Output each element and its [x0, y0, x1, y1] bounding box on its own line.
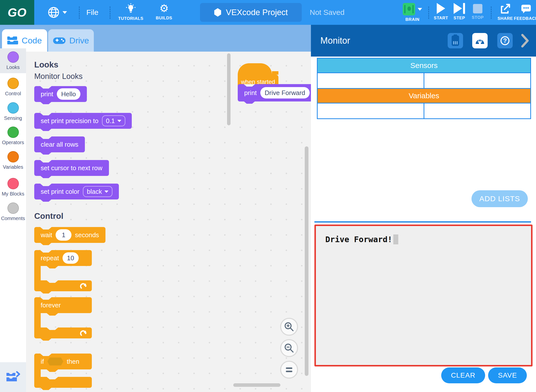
tab-drive[interactable]: Drive: [48, 29, 94, 52]
block-notch: [40, 250, 52, 253]
block-bump: [40, 176, 52, 178]
block-notch: [47, 327, 58, 330]
block-bottom: [34, 377, 92, 388]
palette-scrollbar[interactable]: [227, 53, 231, 125]
battery-icon: [452, 35, 459, 46]
block-forever[interactable]: forever: [34, 297, 92, 338]
brain-icon: [403, 3, 415, 15]
block-notch: [40, 136, 52, 139]
canvas-vertical-scrollbar[interactable]: [305, 146, 308, 376]
step-play-bar-icon: [454, 3, 465, 14]
dropdown-value: black: [87, 188, 102, 196]
variable-cell[interactable]: [318, 103, 424, 118]
canvas-print-block[interactable]: print Drive Forward: [238, 84, 311, 101]
console-cursor: [393, 234, 398, 244]
print-console[interactable]: Drive Forward!: [314, 225, 533, 366]
monitor-panel: Monitor ?: [311, 25, 536, 392]
sidebar-item-label: Control: [5, 91, 21, 97]
canvas-horizontal-scrollbar[interactable]: [233, 383, 280, 387]
palette-section-title: Looks: [34, 60, 58, 69]
block-clear-all-rows[interactable]: clear all rows: [34, 136, 85, 152]
palette-collapse-toggle[interactable]: [0, 362, 26, 392]
block-bump: [40, 291, 52, 294]
tutorials-button[interactable]: TUTORIALS: [115, 0, 147, 25]
toolbar-divider: [491, 6, 492, 19]
block-label: clear all rows: [41, 141, 78, 148]
zoom-in-button[interactable]: [280, 318, 298, 336]
console-divider: [314, 221, 531, 223]
share-button[interactable]: SHARE: [495, 0, 516, 25]
language-menu[interactable]: [48, 0, 67, 25]
condition-slot[interactable]: [47, 358, 63, 365]
brain-button[interactable]: BRAIN: [398, 0, 427, 25]
sidebar-item-control[interactable]: Control: [0, 75, 26, 99]
block-spine: [34, 266, 41, 280]
save-status: Not Saved: [310, 0, 344, 25]
variables-row: [318, 103, 530, 118]
precision-dropdown[interactable]: 0.1: [102, 115, 125, 126]
add-lists-button[interactable]: ADD LISTS: [471, 190, 528, 207]
hat-dome: [238, 63, 272, 75]
block-spine: [34, 313, 41, 327]
feedback-button[interactable]: FEEDBACK: [516, 0, 536, 25]
sensor-cell[interactable]: [424, 73, 530, 88]
block-set-print-color[interactable]: set print color black: [34, 184, 119, 199]
device-info-button[interactable]: [448, 33, 463, 48]
clear-button[interactable]: CLEAR: [441, 367, 485, 383]
sidebar-item-operators[interactable]: Operators: [0, 124, 26, 148]
print-value-input[interactable]: Hello: [57, 88, 80, 100]
toolbar-divider: [110, 6, 110, 19]
sensing-category-icon: [7, 102, 19, 114]
repeat-value-input[interactable]: 10: [63, 252, 79, 264]
start-button[interactable]: START: [432, 0, 450, 25]
print-value-input[interactable]: Drive Forward: [260, 87, 310, 98]
sidebar-item-sensing[interactable]: Sensing: [0, 99, 26, 124]
block-bump: [40, 388, 52, 390]
hexagon-icon: [214, 8, 221, 17]
block-repeat[interactable]: repeat 10: [34, 250, 92, 291]
sidebar-item-label: Sensing: [4, 115, 22, 121]
toolbar-divider: [79, 6, 80, 19]
save-button[interactable]: SAVE: [488, 367, 527, 383]
dashboard-button[interactable]: [472, 33, 488, 48]
sidebar-item-label: My Blocks: [2, 191, 24, 197]
builds-button[interactable]: ⚙ BUILDS: [149, 0, 179, 25]
dropdown-value: 0.1: [106, 117, 115, 125]
collapse-monitor-button[interactable]: [521, 33, 531, 48]
help-button[interactable]: ?: [497, 33, 513, 48]
block-wait-seconds[interactable]: wait 1 seconds: [34, 227, 105, 243]
equals-icon: [286, 367, 292, 372]
block-set-cursor-next-row[interactable]: set cursor to next row: [34, 160, 109, 176]
project-title-button[interactable]: VEXcode Project: [200, 3, 302, 22]
variable-cell[interactable]: [424, 103, 530, 118]
print-color-dropdown[interactable]: black: [83, 186, 112, 197]
stop-button[interactable]: STOP: [469, 0, 487, 25]
sidebar-item-variables[interactable]: Variables: [0, 148, 26, 173]
go-logo[interactable]: GO: [0, 0, 34, 25]
block-label: print: [41, 90, 53, 98]
sidebar-item-my-blocks[interactable]: My Blocks: [0, 175, 26, 200]
palette-section-title: Control: [34, 211, 63, 221]
block-if-then[interactable]: if then: [34, 354, 92, 388]
sidebar-item-looks[interactable]: Looks: [0, 48, 26, 73]
sidebar-item-label: Looks: [6, 65, 20, 70]
workspace[interactable]: Looks Monitor Looks print Hello set prin…: [26, 52, 311, 392]
sidebar-item-comments[interactable]: Comments: [0, 199, 26, 224]
vexcode-app: GO File TUTO: [0, 0, 536, 392]
monitor-header: Monitor ?: [311, 25, 536, 57]
block-label: set print precision to: [41, 117, 99, 125]
sensor-cell[interactable]: [318, 73, 424, 88]
block-print[interactable]: print Hello: [34, 86, 87, 102]
file-menu[interactable]: File: [86, 0, 98, 25]
block-bump: [40, 102, 52, 104]
zoom-out-button[interactable]: [280, 339, 298, 357]
variables-header: Variables: [318, 88, 530, 103]
step-button[interactable]: STEP: [450, 0, 469, 25]
zoom-reset-button[interactable]: [280, 361, 298, 379]
wait-value-input[interactable]: 1: [56, 229, 71, 241]
block-bump: [40, 338, 52, 341]
console-text: Drive Forward!: [325, 235, 392, 244]
hat-ext: [272, 71, 278, 75]
looks-category-icon: [7, 51, 19, 63]
block-set-print-precision[interactable]: set print precision to 0.1: [34, 113, 132, 129]
